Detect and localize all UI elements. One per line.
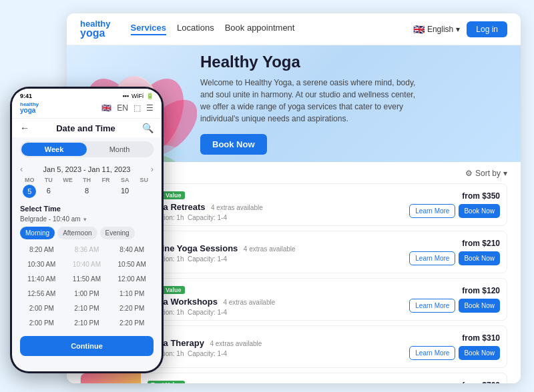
chevron-down-icon: ▾ bbox=[456, 25, 460, 34]
phone-lang-label: EN bbox=[117, 103, 128, 113]
card-body: Yoga Therapy 4 extras available Duration… bbox=[141, 333, 403, 361]
time-slot[interactable]: 11:50 AM bbox=[65, 273, 109, 285]
phone-login-icon[interactable]: ⬚ bbox=[134, 103, 141, 113]
card-title-row: Yoga Therapy 4 extras available bbox=[148, 337, 396, 349]
cal-day-6[interactable]: 6 bbox=[39, 185, 59, 198]
card-extras: 4 extras available bbox=[244, 245, 296, 253]
nav-services[interactable]: Services bbox=[131, 23, 167, 35]
learn-more-button[interactable]: Learn More bbox=[409, 251, 455, 265]
phone-logo-yoga: yoga bbox=[20, 107, 39, 114]
time-slot[interactable]: 1:10 PM bbox=[110, 287, 154, 300]
time-of-day-tabs: Morning Afternoon Evening bbox=[20, 227, 154, 239]
time-slot[interactable]: 8:40 AM bbox=[110, 243, 154, 256]
time-slots-grid: 8:20 AM8:36 AM8:40 AM10:30 AM10:40 AM10:… bbox=[20, 243, 154, 329]
timezone-chevron-icon[interactable]: ▾ bbox=[83, 216, 87, 223]
phone-logo-row: healthy yoga 🇬🇧 EN ⬚ ☰ bbox=[12, 102, 162, 119]
time-slot[interactable]: 2:00 PM bbox=[20, 302, 63, 315]
signal-icon: ▪▪▪ bbox=[122, 93, 129, 99]
calendar-day-labels: MO TU WE TH FR SA SU bbox=[12, 177, 162, 183]
cal-day-9[interactable] bbox=[96, 185, 115, 198]
language-selector[interactable]: 🇬🇧 English ▾ bbox=[413, 24, 460, 35]
time-slot[interactable]: 10:40 AM bbox=[65, 258, 109, 271]
phone-back-button[interactable]: ← bbox=[20, 123, 29, 133]
card-title-row: Yoga Retreats 4 extras available bbox=[148, 201, 396, 213]
morning-tab[interactable]: Morning bbox=[20, 227, 55, 239]
book-now-button[interactable]: Book Now bbox=[459, 346, 500, 360]
card-buttons: Learn More Book Now bbox=[409, 204, 500, 218]
afternoon-tab[interactable]: Afternoon bbox=[57, 227, 97, 239]
learn-more-button[interactable]: Learn More bbox=[409, 346, 455, 360]
learn-more-button[interactable]: Learn More bbox=[409, 204, 455, 218]
card-extras: 4 extras available bbox=[223, 299, 275, 306]
time-slot[interactable]: 1:00 PM bbox=[65, 287, 109, 300]
card-image: 🧘 bbox=[81, 373, 141, 383]
hero-content: Healthy Yoga Welcome to Healthy Yoga, a … bbox=[200, 53, 501, 155]
card-price: from $310 bbox=[462, 333, 500, 343]
best-value-badge: Best Value bbox=[148, 381, 185, 383]
date-range-label: Jan 5, 2023 - Jan 11, 2023 bbox=[43, 165, 131, 173]
time-slot[interactable]: 12:00 AM bbox=[110, 273, 154, 285]
service-card: 🧘 Best Value Corporate Yoga Programs 4 e… bbox=[80, 373, 507, 383]
card-meta: Duration: 1h Capacity: 1-4 bbox=[148, 309, 396, 316]
cal-day-8[interactable]: 8 bbox=[77, 185, 97, 198]
time-slot[interactable]: 11:40 AM bbox=[20, 273, 63, 285]
evening-tab[interactable]: Evening bbox=[100, 227, 135, 239]
site-logo: healthy yoga bbox=[80, 19, 111, 39]
phone-shell: 9:41 ▪▪▪ WiFi 🔋 healthy yoga 🇬🇧 EN ⬚ ☰ bbox=[10, 87, 164, 373]
cal-next-button[interactable]: › bbox=[151, 164, 154, 174]
phone-nav-icons: 🇬🇧 EN ⬚ ☰ bbox=[101, 103, 154, 113]
svg-text:🧘: 🧘 bbox=[102, 383, 121, 383]
cal-prev-button[interactable]: ‹ bbox=[20, 164, 23, 174]
time-slot[interactable]: 2:00 PM bbox=[20, 317, 63, 329]
book-now-button[interactable]: Book Now bbox=[459, 299, 500, 313]
card-price: from $700 bbox=[462, 381, 500, 383]
book-now-button[interactable]: Book Now bbox=[459, 204, 500, 218]
card-meta: Duration: 1h Capacity: 1-4 bbox=[148, 214, 396, 221]
time-slot[interactable]: 2:20 PM bbox=[110, 302, 154, 315]
phone-screen: 9:41 ▪▪▪ WiFi 🔋 healthy yoga 🇬🇧 EN ⬚ ☰ bbox=[12, 89, 162, 371]
card-actions: from $120 Learn More Book Now bbox=[403, 281, 507, 318]
login-button[interactable]: Log in bbox=[467, 21, 507, 37]
time-slot[interactable]: 8:20 AM bbox=[20, 243, 63, 256]
cal-day-5[interactable]: 5 bbox=[23, 185, 36, 198]
hero-book-button[interactable]: Book Now bbox=[200, 134, 267, 155]
time-slot[interactable]: 8:36 AM bbox=[65, 243, 109, 256]
nav-book-appointment[interactable]: Book appointment bbox=[225, 23, 295, 35]
phone-search-icon[interactable]: 🔍 bbox=[142, 123, 154, 133]
cal-day-11[interactable] bbox=[134, 185, 154, 198]
book-now-button[interactable]: Book Now bbox=[459, 251, 500, 265]
time-slot[interactable]: 2:10 PM bbox=[65, 302, 109, 315]
cal-day-10[interactable]: 10 bbox=[115, 185, 135, 198]
phone-menu-icon[interactable]: ☰ bbox=[146, 103, 154, 113]
sort-label: Sort by bbox=[475, 169, 501, 178]
calendar-days: 5 6 8 10 bbox=[12, 185, 162, 198]
nav-locations[interactable]: Locations bbox=[177, 23, 214, 35]
phone-device: 9:41 ▪▪▪ WiFi 🔋 healthy yoga 🇬🇧 EN ⬚ ☰ bbox=[10, 87, 164, 373]
time-slot[interactable]: 2:20 PM bbox=[110, 317, 154, 329]
calendar-navigation: ‹ Jan 5, 2023 - Jan 11, 2023 › bbox=[12, 161, 162, 177]
card-actions: from $700 Learn More Book Now bbox=[403, 375, 507, 383]
week-tab[interactable]: Week bbox=[21, 143, 87, 156]
card-title-row: Yoga Workshops 4 extras available bbox=[148, 295, 396, 307]
sort-button[interactable]: ⚙ Sort by ▾ bbox=[465, 169, 507, 178]
cal-day-7[interactable] bbox=[58, 185, 77, 198]
time-slot[interactable]: 10:50 AM bbox=[110, 258, 154, 271]
month-tab[interactable]: Month bbox=[87, 143, 152, 156]
battery-icon: 🔋 bbox=[146, 93, 154, 99]
phone-indicators: ▪▪▪ WiFi 🔋 bbox=[122, 93, 154, 99]
card-extras: 4 extras available bbox=[211, 204, 263, 211]
learn-more-button[interactable]: Learn More bbox=[409, 299, 455, 313]
sort-chevron-icon: ▾ bbox=[503, 169, 507, 178]
time-slot[interactable]: 2:10 PM bbox=[65, 317, 109, 329]
select-time-section: Select Time Belgrade - 10:40 am ▾ Mornin… bbox=[12, 202, 162, 332]
phone-app-logo: healthy yoga bbox=[20, 102, 39, 114]
continue-button[interactable]: Continue bbox=[20, 336, 154, 356]
time-slot[interactable]: 10:30 AM bbox=[20, 258, 63, 271]
wifi-icon: WiFi bbox=[131, 93, 144, 99]
card-price: from $120 bbox=[462, 286, 500, 295]
card-body: Online Yoga Sessions 4 extras available … bbox=[141, 238, 403, 267]
nav-right: 🇬🇧 English ▾ Log in bbox=[413, 21, 507, 37]
card-actions: from $310 Learn More Book Now bbox=[403, 328, 507, 365]
card-meta: Duration: 1h Capacity: 1-4 bbox=[148, 350, 396, 357]
time-slot[interactable]: 12:56 AM bbox=[20, 287, 63, 300]
